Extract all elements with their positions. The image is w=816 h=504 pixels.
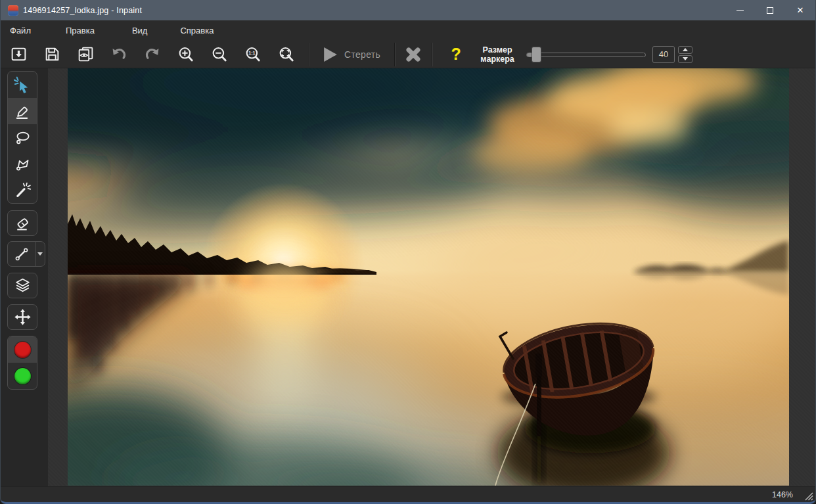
open-button[interactable] [4, 43, 33, 66]
help-button[interactable]: ? [440, 43, 472, 66]
green-color-icon [14, 368, 31, 384]
selection-tool-group [7, 71, 37, 204]
status-bar: 146% [1, 486, 815, 504]
zoom-out-icon [210, 45, 229, 64]
marker-tool-button[interactable] [8, 98, 37, 124]
lasso-icon [13, 128, 32, 147]
maximize-icon [767, 7, 773, 14]
selection-marker-tool-button[interactable] [8, 72, 37, 98]
marker-size-input[interactable]: 40 [652, 46, 675, 63]
spin-down-button[interactable] [678, 55, 692, 63]
marker-color-green-button[interactable] [8, 363, 37, 389]
maximize-button[interactable] [755, 0, 785, 20]
svg-text:1:1: 1:1 [248, 51, 255, 56]
slider-track[interactable] [526, 53, 646, 57]
move-icon [13, 308, 32, 327]
zoom-actual-button[interactable]: 1:1 [238, 43, 267, 66]
resize-grip-icon[interactable] [804, 491, 813, 501]
marker-color-red-button[interactable] [8, 336, 37, 363]
magic-wand-tool-button[interactable] [8, 177, 37, 203]
menu-file[interactable]: Файл [2, 22, 39, 39]
zoom-fit-icon [277, 45, 296, 64]
zoom-out-button[interactable] [205, 43, 234, 66]
marker-size-spinbox: 40 [652, 46, 692, 63]
polygon-lasso-tool-button[interactable] [8, 150, 37, 177]
minimize-icon [737, 10, 744, 11]
line-icon-zone [8, 242, 35, 266]
red-color-icon [14, 342, 31, 358]
close-button[interactable]: ✕ [785, 0, 815, 20]
eraser-icon [13, 214, 32, 233]
zoom-in-icon [177, 45, 195, 64]
undo-button[interactable] [104, 43, 133, 66]
line-tool-dropdown[interactable] [35, 242, 45, 266]
menu-edit[interactable]: Правка [58, 22, 102, 39]
lasso-tool-button[interactable] [8, 124, 37, 150]
zoom-actual-icon: 1:1 [244, 45, 262, 64]
toolbar-separator [432, 43, 432, 66]
tool-sidebar [1, 68, 48, 486]
close-icon: ✕ [797, 6, 804, 14]
menu-view[interactable]: Вид [124, 22, 156, 39]
spin-up-icon [683, 48, 688, 51]
window-controls: ✕ [725, 0, 815, 20]
layers-icon [13, 276, 32, 295]
erase-button[interactable]: Стереть [313, 43, 391, 66]
zoom-level-value: 146% [772, 490, 793, 499]
undo-icon [110, 45, 128, 64]
chevron-down-icon [37, 252, 43, 256]
title-bar: 1496914257_lodka.jpg - Inpaint ✕ [1, 0, 815, 20]
spin-up-button[interactable] [678, 46, 692, 54]
slider-handle[interactable] [532, 47, 541, 62]
erase-button-label: Стереть [344, 49, 380, 60]
cancel-x-icon [403, 45, 423, 64]
spin-down-icon [683, 57, 688, 60]
line-tool-button[interactable] [7, 241, 45, 267]
save-icon [43, 45, 61, 63]
toolbar-separator [309, 43, 309, 66]
menu-bar: Файл Правка Вид Справка [1, 20, 815, 41]
polygon-lasso-icon [13, 154, 32, 173]
canvas-area [48, 68, 815, 486]
eraser-tool-button[interactable] [7, 210, 37, 236]
cancel-button[interactable] [398, 43, 428, 66]
app-logo-icon [8, 5, 18, 16]
preview-button[interactable] [71, 43, 100, 66]
toolbar: 1:1 Стереть ? Размер м [1, 41, 815, 68]
magic-wand-icon [13, 181, 32, 200]
marker-icon [13, 102, 32, 121]
open-icon [10, 45, 28, 63]
layers-tool-button[interactable] [7, 273, 37, 298]
marker-size-slider[interactable] [526, 47, 646, 62]
preview-icon [77, 45, 95, 63]
app-window: 1496914257_lodka.jpg - Inpaint ✕ Файл Пр… [0, 0, 816, 504]
menu-help[interactable]: Справка [172, 22, 221, 39]
redo-button[interactable] [138, 43, 167, 66]
zoom-fit-button[interactable] [272, 43, 301, 66]
redo-icon [143, 45, 162, 64]
minimize-button[interactable] [725, 0, 755, 20]
window-title: 1496914257_lodka.jpg - Inpaint [23, 6, 142, 15]
move-tool-button[interactable] [7, 304, 37, 330]
play-icon [323, 47, 338, 62]
zoom-in-button[interactable] [171, 43, 200, 66]
save-button[interactable] [37, 43, 66, 66]
photo-image[interactable] [68, 68, 789, 486]
selection-marker-icon [13, 76, 32, 95]
toolbar-separator [394, 43, 395, 66]
line-icon [12, 245, 30, 263]
marker-color-group [7, 336, 37, 390]
marker-size-label: Размер маркера [474, 45, 521, 64]
